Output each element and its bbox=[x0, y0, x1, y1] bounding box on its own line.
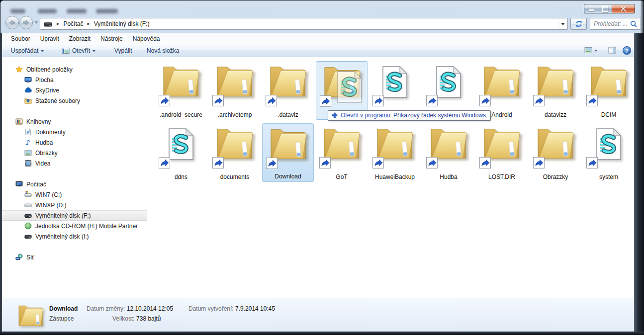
minimize-button[interactable] bbox=[584, 4, 598, 13]
file-item-dcim[interactable]: DCIM bbox=[583, 61, 635, 120]
close-button[interactable] bbox=[612, 4, 635, 13]
desktop-icon bbox=[24, 76, 32, 84]
titlebar-ghost-text bbox=[38, 9, 57, 13]
sidebar-item-label: Jednotka CD-ROM (H:) Mobile Partner bbox=[35, 223, 138, 230]
plus-icon bbox=[332, 112, 338, 118]
sidebar-item-vym-niteln-disk-f[interactable]: Vyměnitelný disk (F:) bbox=[2, 210, 147, 221]
search-box[interactable] bbox=[590, 18, 641, 30]
menu-zobrazit[interactable]: Zobrazit bbox=[64, 34, 95, 44]
removable-drive-icon bbox=[44, 20, 52, 28]
details-file-name: Download bbox=[49, 305, 78, 312]
sidebar-item-label: Oblíbené položky bbox=[26, 66, 73, 73]
breadcrumb-arrow-icon[interactable]: ▶ bbox=[53, 22, 63, 26]
sidebar-item-label: Obrázky bbox=[35, 150, 58, 157]
maximize-button[interactable] bbox=[598, 4, 612, 13]
navigation-pane: Oblíbené položkyPlochaSkyDriveStažené so… bbox=[2, 57, 147, 298]
titlebar[interactable] bbox=[0, 0, 644, 14]
address-bar[interactable]: ▶ Počítač ▶ Vyměnitelný disk (F:) bbox=[40, 18, 568, 30]
titlebar-ghost-text bbox=[10, 9, 25, 13]
shortcut-arrow-icon bbox=[212, 157, 224, 168]
file-item-lost-dir[interactable]: LOST.DIR bbox=[476, 123, 528, 182]
views-button[interactable] bbox=[584, 46, 597, 54]
shortcut-arrow-icon bbox=[372, 157, 384, 168]
sidebar-item-label: Plocha bbox=[35, 77, 54, 84]
address-history-dropdown[interactable] bbox=[558, 18, 567, 29]
file-item-label: Hudba bbox=[421, 173, 476, 180]
sidebar-item-winxp-d[interactable]: WINXP (D:) bbox=[2, 200, 147, 210]
downloads-icon bbox=[24, 97, 32, 104]
file-item-archivetemp[interactable]: .archivetemp bbox=[209, 61, 261, 120]
shortcut-arrow-icon bbox=[159, 95, 170, 106]
sidebar-item-jednotka-cd-rom-h-mobile-partner[interactable]: Jednotka CD-ROM (H:) Mobile Partner bbox=[2, 221, 147, 231]
file-item-obrazzky[interactable]: Obrazzky bbox=[530, 123, 581, 182]
breadcrumb-arrow-icon[interactable]: ▶ bbox=[84, 22, 93, 26]
shortcut-arrow-icon bbox=[372, 95, 384, 106]
file-item-dataviz[interactable]: .dataviz bbox=[262, 61, 314, 120]
sidebar-item-plocha[interactable]: Plocha bbox=[2, 75, 147, 85]
window-border bbox=[0, 332, 644, 335]
burn-button[interactable]: Vypálit bbox=[110, 46, 136, 56]
date-modified-label: Datum změny: bbox=[87, 305, 125, 312]
script-icon bbox=[166, 127, 196, 161]
menu-upravit[interactable]: Upravit bbox=[35, 34, 64, 44]
skydrive-icon bbox=[24, 86, 32, 94]
shortcut-arrow-icon bbox=[159, 157, 170, 168]
file-item-label: Download bbox=[261, 173, 315, 180]
file-item-huaweibackup[interactable]: HuaweiBackup bbox=[369, 123, 421, 182]
sidebar-item-win7-c[interactable]: WIN7 (C:) bbox=[2, 189, 147, 200]
sidebar-item-label: Hudba bbox=[35, 139, 53, 146]
music-icon bbox=[24, 139, 32, 146]
forward-arrow-icon bbox=[22, 19, 30, 26]
sidebar-item-obl-ben-polo-ky[interactable]: Oblíbené položky bbox=[2, 64, 147, 75]
file-item-system[interactable]: system bbox=[583, 123, 635, 182]
script-icon bbox=[380, 65, 410, 99]
sidebar-item-label: Videa bbox=[35, 160, 50, 167]
sidebar-item-hudba[interactable]: Hudba bbox=[2, 137, 147, 148]
breadcrumb-item-computer[interactable]: Počítač bbox=[63, 20, 84, 27]
sidebar-item-s[interactable]: Síť bbox=[2, 252, 147, 262]
new-folder-button[interactable]: Nová složka bbox=[143, 46, 183, 56]
sidebar-item-sta-en-soubory[interactable]: Stažené soubory bbox=[2, 95, 147, 106]
folder-icon bbox=[481, 62, 522, 99]
file-item-download[interactable]: Download bbox=[262, 123, 314, 182]
sidebar-item-knihovny[interactable]: Knihovny bbox=[2, 116, 147, 127]
forward-button[interactable] bbox=[19, 16, 33, 29]
open-button[interactable]: Otevřít bbox=[58, 46, 99, 56]
file-item-label: documents bbox=[207, 173, 263, 180]
menu-napoveda[interactable]: Nápověda bbox=[128, 34, 165, 44]
help-button[interactable]: ? bbox=[623, 46, 631, 55]
date-created-label: Datum vytvoření: bbox=[188, 305, 234, 312]
minimize-icon bbox=[589, 9, 594, 11]
file-item-datavizz[interactable]: datavizz bbox=[530, 61, 581, 120]
file-item-got[interactable]: GoT bbox=[316, 123, 368, 182]
sidebar-item-videa[interactable]: Videa bbox=[2, 158, 147, 168]
breadcrumb-item-removable-disk[interactable]: Vyměnitelný disk (F:) bbox=[93, 20, 150, 27]
sidebar-item-skydrive[interactable]: SkyDrive bbox=[2, 85, 147, 95]
date-modified-value: 12.10.2014 12:05 bbox=[127, 305, 173, 312]
refresh-button[interactable] bbox=[570, 18, 587, 30]
tooltip-target-text: Příkazový řádek systému Windows bbox=[393, 112, 486, 119]
menu-nastroje[interactable]: Nástroje bbox=[95, 34, 128, 44]
sidebar-item-dokumenty[interactable]: Dokumenty bbox=[2, 127, 147, 137]
recent-pages-dropdown[interactable] bbox=[34, 21, 38, 24]
folder-icon bbox=[321, 124, 362, 161]
preview-pane-button[interactable] bbox=[608, 46, 616, 54]
sidebar-item-vym-niteln-disk-i[interactable]: Vyměnitelný disk (I:) bbox=[2, 231, 147, 242]
back-button[interactable] bbox=[5, 16, 19, 29]
file-item-documents[interactable]: documents bbox=[209, 123, 261, 182]
search-icon[interactable] bbox=[630, 20, 638, 28]
file-list[interactable]: Otevřít v programu Příkazový řádek systé… bbox=[148, 57, 635, 298]
organize-button[interactable]: Uspořádat bbox=[7, 46, 48, 56]
file-item-android-secure[interactable]: .android_secure bbox=[155, 61, 207, 120]
file-item-hudba[interactable]: Hudba bbox=[423, 123, 474, 182]
chevron-down-icon bbox=[561, 23, 565, 25]
size-label: Velikost: bbox=[112, 315, 135, 322]
window-border bbox=[634, 33, 644, 335]
file-item-ddns[interactable]: ddns bbox=[155, 123, 207, 182]
main-area: Oblíbené položkyPlochaSkyDriveStažené so… bbox=[2, 57, 635, 298]
sidebar-item-obr-zky[interactable]: Obrázky bbox=[2, 148, 147, 158]
menu-soubor[interactable]: Soubor bbox=[6, 34, 35, 44]
search-input[interactable] bbox=[590, 20, 630, 27]
shortcut-arrow-icon bbox=[320, 95, 331, 107]
sidebar-item-po-ta[interactable]: Počítač bbox=[2, 179, 147, 189]
